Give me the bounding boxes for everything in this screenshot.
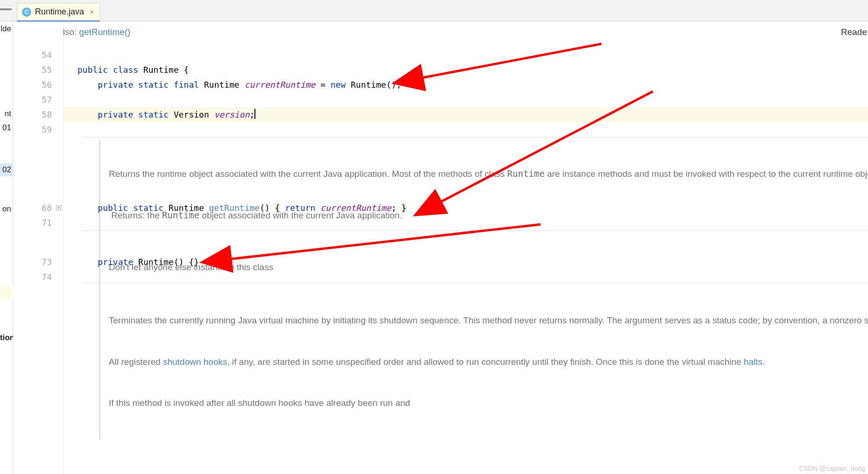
- doc-separator: [82, 137, 868, 138]
- sliver-text: tion: [0, 333, 13, 342]
- line-number: 73: [42, 255, 52, 270]
- doc-link-halts[interactable]: halts: [744, 357, 762, 367]
- tab-drag-handle-icon[interactable]: [0, 8, 12, 10]
- line-number: 58: [42, 107, 52, 122]
- watermark: CSDN @captain_dong: [799, 465, 865, 472]
- sliver-text: 01: [0, 123, 13, 132]
- doc-separator: [82, 230, 868, 231]
- tab-bar: C Runtime.java ×: [0, 0, 868, 21]
- method-name: getRuntime: [209, 203, 260, 213]
- file-tab-label: Runtime.java: [35, 7, 84, 17]
- sliver-text: nt: [0, 109, 13, 118]
- line-number: 71: [42, 216, 52, 230]
- fold-collapsed-icon[interactable]: +: [56, 205, 61, 210]
- line-number: 57: [42, 92, 52, 107]
- line-number: 74: [42, 270, 52, 285]
- javadoc-block: Terminates the currently running Java vi…: [99, 286, 482, 440]
- line-number: 56: [42, 77, 52, 92]
- code-line-current[interactable]: private static Version version;: [64, 107, 868, 122]
- sliver-text: lde: [0, 24, 13, 34]
- line-number: 59: [42, 122, 52, 137]
- line-number-gutter[interactable]: 54 55 56 57 58 59 68 71 73 74 +: [13, 21, 64, 474]
- file-tab-runtime[interactable]: C Runtime.java ×: [17, 3, 100, 21]
- doc-link-shutdown-hooks[interactable]: shutdown hooks: [163, 357, 227, 367]
- line-number: 54: [42, 48, 52, 63]
- doc-separator: [82, 283, 868, 283]
- sliver-text: 02: [0, 163, 13, 176]
- text-cursor: [254, 109, 255, 119]
- code-line[interactable]: public class Runtime {: [64, 63, 868, 77]
- close-icon[interactable]: ×: [90, 8, 94, 16]
- sliver-highlight: [0, 286, 13, 300]
- code-line[interactable]: public static Runtime getRuntime() { ret…: [64, 201, 868, 216]
- line-number: 55: [42, 63, 52, 77]
- code-area[interactable]: public class Runtime { private static fi…: [64, 21, 868, 474]
- code-line[interactable]: private static final Runtime currentRunt…: [64, 77, 868, 92]
- sliver-text: on: [0, 204, 13, 214]
- code-editor[interactable]: See Also: getRuntime() Reade 54 55 56 57…: [13, 21, 868, 474]
- java-class-icon: C: [22, 7, 31, 17]
- line-number: 68: [42, 201, 52, 216]
- code-line[interactable]: private Runtime() {}: [64, 255, 868, 270]
- left-panel-sliver: lde nt 01 02 on tion: [0, 21, 13, 474]
